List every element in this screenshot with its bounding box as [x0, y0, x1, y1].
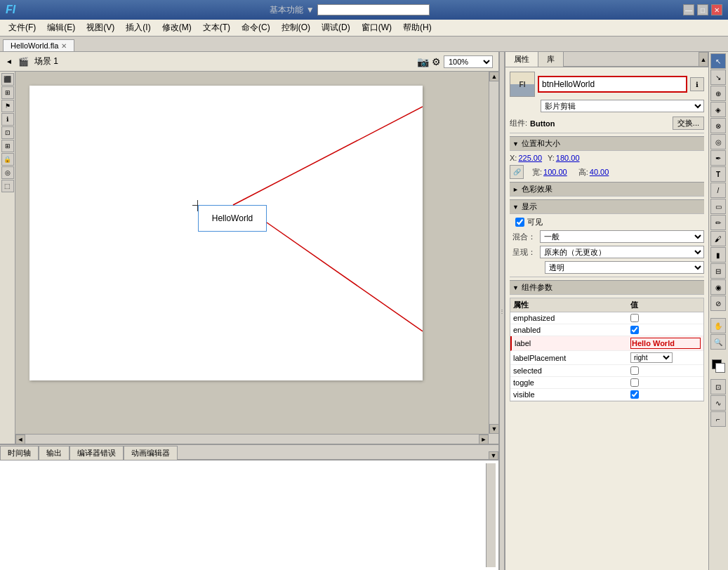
menu-edit[interactable]: 编辑(E): [41, 20, 81, 35]
visible-checkbox[interactable]: [515, 218, 524, 227]
type-select[interactable]: 影片剪辑 按钮 图形: [541, 100, 704, 112]
tool-smooth[interactable]: ∿: [710, 395, 726, 411]
render-select[interactable]: 原来的（无更改）: [540, 246, 704, 258]
instance-info-btn[interactable]: ℹ: [690, 77, 704, 91]
zoom-select[interactable]: 100% 50% 200% Fit in Window: [444, 55, 493, 68]
tab-timeline[interactable]: 时间轴: [0, 446, 39, 460]
transparent-select[interactable]: 透明: [545, 261, 704, 274]
mini-btn-9[interactable]: ⬚: [1, 180, 14, 192]
param-checkbox-emphasized[interactable]: [630, 314, 639, 322]
menu-window[interactable]: 窗口(W): [356, 20, 397, 35]
param-select-labelplacement[interactable]: right left top bottom: [630, 352, 673, 363]
lock-ratio-btn[interactable]: 🔗: [510, 165, 524, 179]
tool-arrow[interactable]: ↖: [710, 53, 726, 69]
mini-btn-5[interactable]: ⊡: [1, 126, 14, 139]
menu-modify[interactable]: 修改(M): [157, 20, 197, 35]
comp-params-section-header[interactable]: ▼ 组件参数: [510, 280, 704, 295]
tool-transform[interactable]: ⊕: [710, 86, 726, 101]
vertical-scrollbar[interactable]: ▲ ▼: [489, 72, 498, 434]
tool-zoom[interactable]: 🔍: [710, 334, 726, 350]
view-icon2[interactable]: ⚙: [432, 56, 441, 67]
mini-btn-6[interactable]: ⊞: [1, 140, 14, 152]
tab-compiler-errors[interactable]: 编译器错误: [70, 446, 124, 460]
properties-panel: 属性 库 ▲ FI btnHelloWorld ℹ 影片剪辑 按钮: [505, 52, 708, 570]
mini-btn-2[interactable]: ⊞: [1, 86, 14, 99]
tool-text[interactable]: T: [710, 166, 726, 182]
panel-collapse-handle[interactable]: ⋮: [499, 52, 505, 570]
maximize-button[interactable]: □: [697, 4, 708, 15]
tool-pen[interactable]: ✒: [710, 150, 726, 166]
bottom-content-area: [0, 460, 498, 570]
search-input[interactable]: [317, 4, 430, 15]
param-value-visible: [630, 390, 701, 399]
exchange-button[interactable]: 交换...: [673, 117, 704, 130]
menu-view[interactable]: 视图(V): [81, 20, 120, 35]
menu-text[interactable]: 文本(T): [197, 20, 236, 35]
tool-gradient[interactable]: ◈: [710, 102, 726, 117]
props-collapse-btn[interactable]: ▲: [699, 52, 708, 67]
tool-ink[interactable]: ⊟: [710, 263, 726, 279]
props-tab-properties[interactable]: 属性: [505, 52, 538, 67]
param-checkbox-selected[interactable]: [630, 366, 639, 375]
menu-control[interactable]: 控制(O): [276, 20, 316, 35]
tool-snap[interactable]: ⊡: [710, 379, 726, 395]
tool-eyedrop[interactable]: ◉: [710, 279, 726, 295]
color-section-header[interactable]: ► 色彩效果: [510, 182, 704, 197]
minimize-button[interactable]: —: [683, 4, 694, 15]
svg-line-0: [233, 107, 423, 205]
mini-btn-8[interactable]: ◎: [1, 166, 14, 179]
tool-brush[interactable]: 🖌: [710, 231, 726, 246]
scroll-left-btn[interactable]: ◄: [15, 435, 25, 444]
param-checkbox-visible[interactable]: [630, 390, 639, 399]
h-label: 高:: [578, 167, 588, 178]
x-value[interactable]: 225.00: [518, 154, 542, 162]
tool-3d[interactable]: ⊗: [710, 118, 726, 133]
back-arrow[interactable]: ◄: [6, 58, 13, 65]
h-value[interactable]: 40.00: [590, 168, 609, 176]
param-checkbox-toggle[interactable]: [630, 378, 639, 387]
w-label: 宽:: [532, 167, 542, 178]
menu-command[interactable]: 命令(C): [236, 20, 276, 35]
horizontal-scrollbar[interactable]: ◄ ►: [15, 434, 489, 444]
mini-btn-4[interactable]: ℹ: [1, 113, 14, 126]
tab-close-icon[interactable]: ✕: [61, 42, 67, 50]
tool-subselect[interactable]: ↘: [710, 69, 726, 85]
close-button[interactable]: ✕: [711, 4, 722, 15]
blend-select[interactable]: 一般 叠加 正片叠底: [540, 230, 704, 243]
tool-line[interactable]: /: [710, 183, 726, 198]
tool-rect[interactable]: ▭: [710, 199, 726, 214]
y-value[interactable]: 180.00: [556, 154, 580, 162]
stroke-color-swatch[interactable]: [710, 358, 726, 373]
scroll-up-btn[interactable]: ▲: [489, 72, 499, 81]
tool-straight[interactable]: ⌐: [710, 411, 726, 427]
hello-world-button[interactable]: HelloWorld: [198, 205, 267, 232]
menu-insert[interactable]: 插入(I): [120, 20, 156, 35]
instance-name-input[interactable]: btnHelloWorld: [538, 76, 687, 93]
tool-paint[interactable]: ▮: [710, 247, 726, 263]
menu-debug[interactable]: 调试(D): [316, 20, 356, 35]
tab-output[interactable]: 输出: [39, 446, 70, 460]
tab-animation-editor[interactable]: 动画编辑器: [124, 446, 178, 460]
tool-lasso[interactable]: ◎: [710, 134, 726, 150]
w-value[interactable]: 100.00: [543, 168, 567, 176]
scroll-right-btn[interactable]: ►: [479, 435, 489, 444]
scroll-down-btn[interactable]: ▼: [489, 424, 499, 434]
display-section-header[interactable]: ▼ 显示: [510, 199, 704, 214]
tool-hand[interactable]: ✋: [710, 318, 726, 333]
menu-file[interactable]: 文件(F): [3, 20, 41, 35]
panel-collapse-btn[interactable]: ▼: [489, 451, 498, 460]
tool-eraser[interactable]: ⊘: [710, 296, 726, 311]
position-section-header[interactable]: ▼ 位置和大小: [510, 136, 704, 151]
props-tab-library[interactable]: 库: [538, 52, 564, 67]
mini-btn-3[interactable]: ⚑: [1, 100, 14, 112]
dropdown-arrow[interactable]: ▼: [306, 5, 315, 15]
bottom-v-scroll[interactable]: [486, 463, 496, 567]
menu-help[interactable]: 帮助(H): [397, 20, 437, 35]
mini-btn-1[interactable]: ⬛: [1, 73, 14, 86]
mini-btn-7[interactable]: 🔒: [1, 153, 14, 166]
param-checkbox-enabled[interactable]: [630, 326, 639, 334]
stage-canvas[interactable]: HelloWorld: [15, 72, 489, 434]
tool-pencil[interactable]: ✏: [710, 215, 726, 230]
tab-helloworld[interactable]: HelloWorld.fla ✕: [3, 39, 74, 51]
view-icon1[interactable]: 📷: [417, 56, 429, 67]
